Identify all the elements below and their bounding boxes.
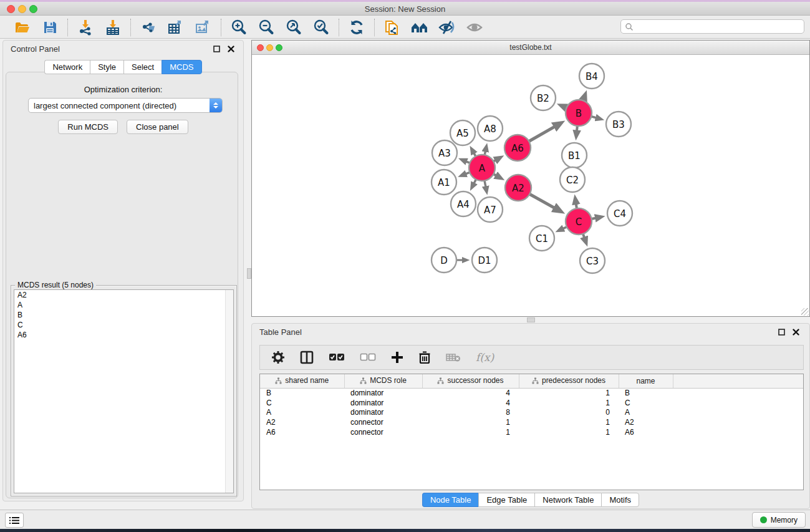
float-table-panel-icon[interactable] bbox=[778, 329, 785, 336]
table-cell[interactable]: 4 bbox=[422, 388, 519, 398]
float-panel-icon[interactable] bbox=[213, 46, 220, 52]
show-column-icon[interactable] bbox=[300, 351, 314, 364]
column-header-successor-nodes[interactable]: successor nodes bbox=[422, 374, 519, 388]
column-header-predecessor-nodes[interactable]: predecessor nodes bbox=[519, 374, 619, 388]
tab-network-table[interactable]: Network Table bbox=[534, 493, 601, 507]
column-header-mcds-role[interactable]: MCDS role bbox=[344, 374, 422, 388]
export-table-icon[interactable] bbox=[166, 19, 185, 36]
settings-gear-icon[interactable] bbox=[271, 351, 285, 364]
table-cell[interactable]: connector bbox=[344, 417, 422, 427]
node-D1[interactable]: D1 bbox=[472, 248, 497, 273]
node-table[interactable]: shared nameMCDS rolesuccessor nodesprede… bbox=[259, 374, 804, 490]
node-B[interactable]: B bbox=[566, 100, 592, 126]
table-cell[interactable]: 0 bbox=[519, 407, 619, 417]
node-A2[interactable]: A2 bbox=[505, 175, 531, 201]
table-cell[interactable]: 1 bbox=[519, 417, 619, 427]
result-item[interactable]: A6 bbox=[14, 330, 233, 340]
table-cell[interactable]: C bbox=[260, 398, 344, 408]
zoom-fit-icon[interactable] bbox=[284, 19, 303, 36]
node-C2[interactable]: C2 bbox=[560, 167, 585, 192]
node-A7[interactable]: A7 bbox=[478, 197, 503, 222]
table-row[interactable]: Cdominator41C bbox=[260, 398, 803, 408]
table-cell[interactable]: 1 bbox=[519, 427, 619, 437]
show-all-icon[interactable] bbox=[465, 19, 484, 36]
node-A6[interactable]: A6 bbox=[504, 135, 531, 161]
table-row[interactable]: A2connector11A2 bbox=[260, 417, 803, 427]
table-cell[interactable]: B bbox=[619, 388, 673, 398]
export-image-icon[interactable] bbox=[194, 19, 213, 36]
tab-motifs[interactable]: Motifs bbox=[601, 493, 639, 507]
table-cell[interactable]: 1 bbox=[422, 417, 519, 427]
run-mcds-button[interactable]: Run MCDS bbox=[58, 120, 118, 134]
save-session-icon[interactable] bbox=[41, 19, 59, 36]
delete-column-icon[interactable] bbox=[418, 351, 431, 364]
column-header-name[interactable]: name bbox=[619, 374, 673, 388]
node-A4[interactable]: A4 bbox=[451, 191, 476, 216]
hide-selected-icon[interactable] bbox=[438, 19, 456, 36]
node-C4[interactable]: C4 bbox=[607, 201, 632, 226]
table-cell[interactable]: 1 bbox=[422, 427, 519, 437]
node-D[interactable]: D bbox=[432, 248, 456, 273]
window-resize-handle[interactable] bbox=[801, 308, 809, 316]
function-builder-icon[interactable]: f(x) bbox=[476, 351, 494, 364]
criterion-dropdown[interactable]: largest connected component (directed) bbox=[28, 98, 223, 113]
new-network-from-selection-icon[interactable] bbox=[383, 19, 402, 36]
table-cell[interactable]: dominator bbox=[344, 388, 422, 398]
table-cell[interactable]: A6 bbox=[619, 427, 673, 437]
table-row[interactable]: Adominator80A bbox=[260, 407, 803, 417]
table-cell[interactable]: A2 bbox=[260, 417, 344, 427]
node-A5[interactable]: A5 bbox=[450, 120, 475, 145]
zoom-selected-icon[interactable] bbox=[312, 19, 330, 36]
table-cell[interactable]: A6 bbox=[260, 427, 344, 437]
tab-style[interactable]: Style bbox=[90, 60, 123, 74]
table-row[interactable]: A6connector11A6 bbox=[260, 427, 803, 437]
add-column-icon[interactable] bbox=[391, 351, 403, 364]
import-network-icon[interactable] bbox=[76, 19, 95, 36]
search-input[interactable] bbox=[634, 21, 804, 32]
node-B3[interactable]: B3 bbox=[606, 112, 631, 137]
zoom-out-icon[interactable] bbox=[257, 19, 276, 36]
horizontal-divider-handle[interactable] bbox=[527, 317, 535, 322]
select-all-icon[interactable] bbox=[329, 353, 345, 362]
zoom-in-icon[interactable] bbox=[229, 19, 248, 36]
result-item[interactable]: A bbox=[14, 300, 233, 310]
first-neighbors-icon[interactable] bbox=[410, 19, 429, 36]
node-A8[interactable]: A8 bbox=[478, 116, 503, 141]
node-C[interactable]: C bbox=[566, 208, 592, 235]
tab-mcds[interactable]: MCDS bbox=[162, 60, 201, 74]
result-item[interactable]: A2 bbox=[14, 290, 233, 300]
mcds-result-list[interactable]: A2ABCA6 bbox=[14, 289, 234, 493]
table-cell[interactable]: A bbox=[260, 407, 344, 417]
node-C3[interactable]: C3 bbox=[580, 248, 605, 273]
table-cell[interactable]: connector bbox=[344, 427, 422, 437]
node-B2[interactable]: B2 bbox=[531, 85, 556, 110]
result-item[interactable]: B bbox=[14, 310, 233, 320]
close-panel-icon[interactable] bbox=[228, 46, 234, 52]
node-A[interactable]: A bbox=[469, 155, 495, 181]
node-A3[interactable]: A3 bbox=[432, 140, 457, 165]
table-cell[interactable]: dominator bbox=[344, 407, 422, 417]
network-window-titlebar[interactable]: testGlobe.txt bbox=[252, 41, 809, 55]
table-cell[interactable]: 4 bbox=[422, 398, 519, 408]
node-C1[interactable]: C1 bbox=[529, 226, 554, 251]
node-B1[interactable]: B1 bbox=[562, 143, 587, 168]
tab-network[interactable]: Network bbox=[44, 60, 90, 74]
close-table-panel-icon[interactable] bbox=[793, 329, 799, 336]
import-table-icon[interactable] bbox=[104, 19, 122, 36]
table-row[interactable]: Bdominator41B bbox=[260, 388, 803, 398]
tab-node-table[interactable]: Node Table bbox=[422, 493, 479, 507]
result-item[interactable]: C bbox=[14, 320, 233, 330]
table-cell[interactable]: dominator bbox=[344, 398, 422, 408]
node-A1[interactable]: A1 bbox=[432, 170, 456, 195]
close-panel-button[interactable]: Close panel bbox=[127, 120, 188, 134]
table-cell[interactable]: B bbox=[260, 388, 344, 398]
table-cell[interactable]: C bbox=[619, 398, 673, 408]
tab-select[interactable]: Select bbox=[123, 60, 162, 74]
export-network-icon[interactable] bbox=[139, 19, 158, 36]
column-header-shared-name[interactable]: shared name bbox=[260, 374, 344, 388]
deselect-all-icon[interactable] bbox=[360, 353, 376, 362]
tab-edge-table[interactable]: Edge Table bbox=[478, 493, 534, 507]
table-cell[interactable]: 1 bbox=[519, 398, 619, 408]
result-scrollbar[interactable] bbox=[225, 290, 233, 493]
task-history-button[interactable] bbox=[5, 513, 24, 528]
